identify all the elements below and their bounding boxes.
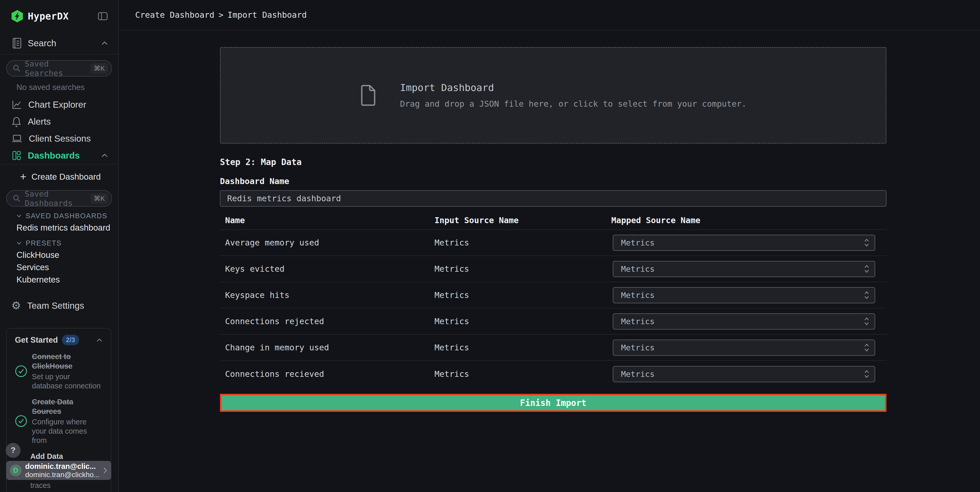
gear-icon: ⚙ [11, 300, 21, 311]
step-heading: Step 2: Map Data [220, 157, 980, 167]
mapping-table: Name Input Source Name Mapped Source Nam… [220, 207, 886, 387]
hyperdx-logo-icon [11, 10, 23, 22]
table-header-row: Name Input Source Name Mapped Source Nam… [220, 207, 886, 230]
shortcut-badge: ⌘K [91, 193, 108, 204]
table-row: Change in memory used Metrics Metrics [220, 335, 886, 361]
laptop-icon [11, 134, 22, 143]
table-row: Connections rejected Metrics Metrics [220, 309, 886, 335]
check-circle-icon [15, 415, 27, 427]
user-display-name: dominic.tran@clic... [25, 462, 99, 471]
mapped-source-select[interactable]: Metrics [613, 287, 875, 303]
select-chevrons-icon [864, 369, 870, 379]
main-area: Create Dashboard > Import Dashboard Impo… [119, 0, 980, 492]
mapped-source-select[interactable]: Metrics [613, 261, 875, 277]
column-header-name: Name [220, 215, 434, 225]
search-icon [12, 194, 21, 203]
table-row: Keys evicted Metrics Metrics [220, 256, 886, 282]
avatar: D [10, 465, 22, 476]
chevron-up-icon [96, 338, 102, 342]
sidebar-item-client-sessions[interactable]: Client Sessions [0, 130, 118, 147]
breadcrumb-create-dashboard[interactable]: Create Dashboard [135, 10, 214, 20]
json-dropzone[interactable]: Import Dashboard Drag and drop a JSON fi… [220, 47, 886, 144]
select-chevrons-icon [864, 238, 870, 247]
sidebar-header: HyperDX [0, 0, 118, 32]
mapped-source-select[interactable]: Metrics [613, 235, 875, 251]
saved-dashboards-input[interactable]: Saved Dashboards ⌘K [6, 190, 112, 207]
app-title: HyperDX [28, 11, 68, 22]
dropzone-subtitle: Drag and drop a JSON file here, or click… [400, 99, 747, 109]
sidebar-section-search[interactable]: Search [0, 32, 118, 54]
hyperdx-logo[interactable]: HyperDX [11, 10, 68, 22]
plus-icon: + [20, 172, 27, 182]
bell-icon [11, 116, 22, 127]
preset-item-kubernetes[interactable]: Kubernetes [0, 274, 118, 286]
shortcut-badge: ⌘K [91, 63, 108, 74]
progress-badge: 2/3 [62, 335, 79, 345]
saved-searches-placeholder: Saved Searches [25, 59, 87, 78]
saved-searches-input[interactable]: Saved Searches ⌘K [6, 60, 112, 76]
dropzone-title: Import Dashboard [400, 82, 747, 93]
select-chevrons-icon [864, 290, 870, 300]
user-account-button[interactable]: D dominic.tran@clic... dominic.tran@clic… [6, 461, 111, 480]
chevron-down-icon [16, 214, 22, 218]
chart-line-icon [11, 99, 22, 110]
chevron-down-icon [16, 241, 22, 245]
sidebar-nav: Chart Explorer Alerts Client Sessions [0, 96, 118, 164]
column-header-input-source: Input Source Name [434, 215, 611, 225]
mapped-source-select[interactable]: Metrics [613, 313, 875, 330]
preset-item-services[interactable]: Services [0, 261, 118, 274]
chevron-right-icon [102, 467, 108, 474]
select-chevrons-icon [864, 317, 870, 326]
finish-import-button[interactable]: Finish Import [220, 394, 886, 412]
create-dashboard-button[interactable]: + Create Dashboard [0, 169, 118, 185]
sidebar: HyperDX Search [0, 0, 119, 492]
chevron-up-icon [101, 41, 108, 46]
dashboard-name-label: Dashboard Name [220, 176, 980, 186]
no-saved-searches-text: No saved searches [16, 83, 118, 92]
mapped-source-select[interactable]: Metrics [613, 366, 875, 382]
select-chevrons-icon [864, 264, 870, 274]
breadcrumb-separator: > [218, 10, 223, 20]
help-button[interactable]: ? [6, 443, 21, 458]
table-row: Connections recieved Metrics Metrics [220, 361, 886, 387]
check-circle-icon [15, 365, 27, 377]
breadcrumb-import-dashboard[interactable]: Import Dashboard [228, 10, 307, 20]
select-chevrons-icon [864, 343, 870, 352]
topbar: Create Dashboard > Import Dashboard [119, 0, 980, 30]
search-section-icon [11, 37, 22, 49]
dashboard-name-input[interactable]: Redis metrics dashboard [220, 190, 886, 207]
table-row: Keyspace hits Metrics Metrics [220, 282, 886, 309]
saved-dashboards-header[interactable]: SAVED DASHBOARDS [0, 210, 118, 221]
saved-dashboards-placeholder: Saved Dashboards [25, 189, 87, 208]
sidebar-collapse-icon[interactable] [98, 11, 108, 21]
saved-dashboard-item[interactable]: Redis metrics dashboard [0, 221, 118, 234]
dashboards-grid-icon [11, 150, 22, 161]
get-started-item-connect[interactable]: Connect to ClickHouse Set up your databa… [15, 352, 102, 390]
file-icon [360, 84, 377, 107]
team-settings-button[interactable]: ⚙ Team Settings [0, 297, 118, 314]
presets-header[interactable]: PRESETS [0, 237, 118, 249]
chevron-up-icon [101, 153, 108, 158]
sidebar-item-chart-explorer[interactable]: Chart Explorer [0, 96, 118, 113]
sidebar-item-alerts[interactable]: Alerts [0, 113, 118, 130]
column-header-mapped-source: Mapped Source Name [611, 215, 886, 225]
search-section-label: Search [28, 38, 95, 48]
mapped-source-select[interactable]: Metrics [613, 339, 875, 356]
get-started-title: Get Started [15, 336, 58, 345]
search-icon [12, 64, 21, 73]
get-started-header[interactable]: Get Started 2/3 [15, 335, 102, 345]
table-row: Average memory used Metrics Metrics [220, 230, 886, 256]
user-email: dominic.tran@clickho... [25, 471, 99, 479]
get-started-item-sources[interactable]: Create Data Sources Configure where your… [15, 397, 102, 445]
import-content: Import Dashboard Drag and drop a JSON fi… [119, 47, 980, 412]
preset-item-clickhouse[interactable]: ClickHouse [0, 249, 118, 261]
sidebar-item-dashboards[interactable]: Dashboards [0, 147, 118, 164]
